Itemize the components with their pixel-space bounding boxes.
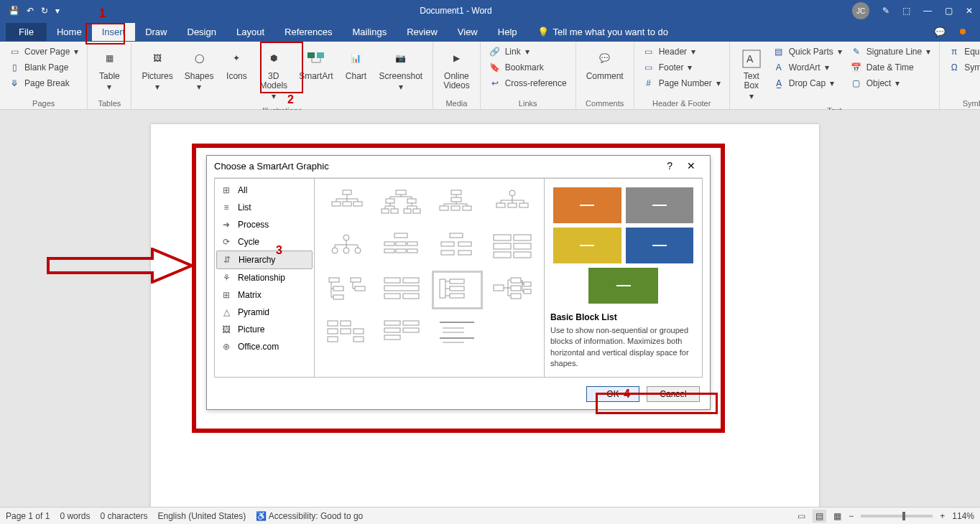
cover-page-button[interactable]: ▭Cover Page ▾	[6, 45, 81, 59]
smartart-thumb[interactable]	[320, 314, 371, 352]
tab-mailings[interactable]: Mailings	[343, 23, 397, 41]
svg-rect-7	[353, 202, 362, 206]
tool-icon[interactable]: ✎	[882, 6, 889, 16]
svg-rect-10	[407, 199, 416, 203]
tab-insert[interactable]: Insert	[92, 23, 136, 41]
tab-view[interactable]: View	[448, 23, 488, 41]
view-web-layout-icon[interactable]: ▦	[833, 511, 841, 521]
screenshot-button[interactable]: 📷Screenshot▾	[374, 45, 427, 95]
close-icon[interactable]: ✕	[966, 6, 973, 16]
redo-icon[interactable]: ↻	[41, 6, 48, 16]
zoom-slider[interactable]	[861, 515, 933, 518]
category-pyramid[interactable]: △Pyramid	[216, 304, 313, 321]
view-read-mode-icon[interactable]: ▭	[798, 511, 805, 521]
dialog-help-button[interactable]: ?	[660, 160, 680, 172]
ribbon: ▭Cover Page ▾ ▯Blank Page ⤋Page Break Pa…	[0, 42, 980, 110]
pictures-button[interactable]: 🖼Pictures▾	[137, 45, 177, 95]
page-break-button[interactable]: ⤋Page Break	[6, 76, 81, 90]
signature-line-button[interactable]: ✎Signature Line ▾	[848, 45, 933, 59]
table-button[interactable]: ▦Table▾	[93, 45, 125, 95]
equation-button[interactable]: πEquation ▾	[946, 45, 980, 59]
wordart-button[interactable]: AWordArt ▾	[770, 60, 845, 75]
link-button[interactable]: 🔗Link ▾	[486, 45, 570, 59]
date-time-button[interactable]: 📅Date & Time	[848, 60, 933, 75]
status-language[interactable]: English (United States)	[157, 511, 246, 521]
category-list[interactable]: ≡List	[216, 199, 313, 216]
3d-models-button[interactable]: ⬢3D Models▾	[255, 45, 292, 105]
svg-rect-34	[407, 249, 417, 253]
quick-parts-button[interactable]: ▤Quick Parts ▾	[770, 45, 845, 59]
smartart-thumb[interactable]	[320, 184, 371, 223]
smartart-thumb[interactable]	[432, 184, 483, 223]
smartart-button[interactable]: SmartArt	[295, 45, 337, 84]
minimize-icon[interactable]: —	[923, 6, 932, 16]
zoom-in-button[interactable]: +	[940, 511, 945, 521]
ribbon-display-icon[interactable]: ⬚	[902, 6, 910, 16]
symbol-button[interactable]: ΩSymbol ▾	[946, 60, 980, 75]
comments-icon[interactable]: 💬	[934, 27, 946, 37]
object-button[interactable]: ▢Object ▾	[848, 76, 933, 90]
svg-rect-70	[353, 329, 364, 334]
svg-rect-60	[494, 285, 504, 291]
status-words[interactable]: 0 words	[60, 511, 90, 521]
smartart-thumb[interactable]	[487, 228, 538, 266]
tab-home[interactable]: Home	[47, 23, 92, 41]
smartart-thumb[interactable]	[320, 271, 371, 309]
status-chars[interactable]: 0 characters	[100, 511, 147, 521]
category-all[interactable]: ⊞All	[216, 182, 313, 199]
category-hierarchy[interactable]: ⇵Hierarchy	[216, 251, 313, 269]
view-print-layout-icon[interactable]: ▤	[813, 510, 826, 523]
tab-references[interactable]: References	[274, 23, 342, 41]
chart-button[interactable]: 📊Chart	[340, 45, 371, 84]
smartart-thumb[interactable]	[432, 314, 483, 352]
text-box-button[interactable]: AText Box▾	[736, 45, 767, 105]
office-icon: ⊕	[221, 341, 232, 352]
tab-layout[interactable]: Layout	[226, 23, 274, 41]
zoom-level[interactable]: 114%	[952, 511, 974, 521]
group-label-comments: Comments	[582, 98, 628, 109]
category-relationship[interactable]: ⚘Relationship	[216, 269, 313, 286]
smartart-thumb[interactable]	[432, 228, 483, 266]
category-matrix[interactable]: ⊞Matrix	[216, 286, 313, 304]
svg-rect-57	[450, 279, 464, 284]
blank-page-button[interactable]: ▯Blank Page	[6, 60, 81, 75]
page-number-button[interactable]: #Page Number ▾	[640, 76, 724, 90]
tell-me-search[interactable]: 💡 Tell me what you want to do	[537, 27, 668, 37]
category-process[interactable]: ➜Process	[216, 216, 313, 233]
tab-design[interactable]: Design	[177, 23, 226, 41]
header-button[interactable]: ▭Header ▾	[640, 45, 724, 59]
ok-button[interactable]: OK	[586, 386, 639, 402]
category-cycle[interactable]: ⟳Cycle	[216, 233, 313, 251]
shapes-button[interactable]: ◯Shapes▾	[180, 45, 218, 95]
maximize-icon[interactable]: ▢	[945, 6, 953, 16]
undo-icon[interactable]: ↶	[27, 6, 34, 16]
icons-button[interactable]: ✦Icons	[221, 45, 252, 84]
tab-file[interactable]: File	[6, 23, 47, 41]
comment-button[interactable]: 💬Comment	[582, 45, 628, 84]
status-page[interactable]: Page 1 of 1	[6, 511, 50, 521]
smartart-thumb[interactable]	[376, 314, 427, 352]
online-videos-button[interactable]: ▶Online Videos	[439, 45, 473, 93]
smartart-thumb[interactable]	[320, 228, 371, 266]
user-avatar[interactable]: JC	[852, 2, 869, 19]
category-office[interactable]: ⊕Office.com	[216, 338, 313, 355]
smartart-thumb-selected[interactable]	[432, 271, 483, 309]
cross-reference-button[interactable]: ↩Cross-reference	[486, 76, 570, 90]
cancel-button[interactable]: Cancel	[647, 386, 700, 402]
status-accessibility[interactable]: ♿ Accessibility: Good to go	[256, 511, 363, 521]
drop-cap-button[interactable]: A̲Drop Cap ▾	[770, 76, 845, 90]
smartart-thumb[interactable]	[376, 184, 427, 223]
bookmark-button[interactable]: 🔖Bookmark	[486, 60, 570, 75]
tab-draw[interactable]: Draw	[135, 23, 177, 41]
dialog-close-button[interactable]: ✕	[680, 160, 703, 172]
smartart-thumb[interactable]	[487, 184, 538, 223]
smartart-thumb[interactable]	[376, 271, 427, 309]
zoom-out-button[interactable]: −	[849, 511, 854, 521]
tab-help[interactable]: Help	[488, 23, 527, 41]
smartart-thumb[interactable]	[487, 271, 538, 309]
smartart-thumb[interactable]	[376, 228, 427, 266]
category-picture[interactable]: 🖼Picture	[216, 321, 313, 338]
tab-review[interactable]: Review	[397, 23, 448, 41]
save-icon[interactable]: 💾	[9, 6, 19, 16]
footer-button[interactable]: ▭Footer ▾	[640, 60, 724, 75]
